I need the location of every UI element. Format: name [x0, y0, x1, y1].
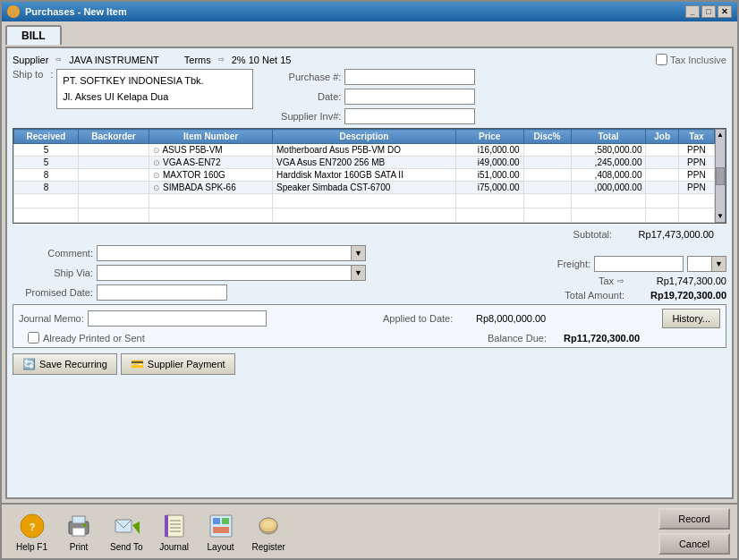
help-icon: ?: [18, 512, 47, 540]
freight-input[interactable]: Rp500,000.00: [594, 256, 684, 272]
table-cell[interactable]: ⊙ VGA AS-EN72: [149, 157, 273, 169]
close-button[interactable]: ✕: [718, 5, 732, 18]
record-button[interactable]: Record: [658, 508, 730, 530]
supplier-payment-button[interactable]: 💳 Supplier Payment: [121, 353, 235, 375]
table-cell[interactable]: Motherboard Asus P5B-VM DO: [273, 144, 456, 157]
total-amount-label: Total Amount:: [565, 290, 624, 301]
table-cell[interactable]: [523, 169, 571, 182]
table-cell[interactable]: ,245,000.00: [571, 157, 646, 169]
table-cell[interactable]: i51,000.00: [455, 169, 523, 182]
table-cell[interactable]: ⊙ MAXTOR 160G: [149, 169, 273, 182]
tab-bill[interactable]: BILL: [5, 25, 62, 45]
ship-via-input[interactable]: Federal Express: [97, 265, 352, 281]
table-header-row: Received Backorder Item Number Descripti…: [14, 130, 715, 144]
table-cell[interactable]: ,580,000.00: [571, 144, 646, 157]
freight-tax-dropdown[interactable]: ▼: [712, 256, 726, 272]
ship-to-line1: PT. SOFTKEY INDONESIA Tbk.: [63, 73, 247, 89]
table-cell[interactable]: PPN: [678, 144, 714, 157]
table-cell[interactable]: [646, 157, 678, 169]
table-cell[interactable]: [78, 169, 149, 182]
table-cell[interactable]: [523, 157, 571, 169]
print-button[interactable]: Print: [56, 510, 101, 554]
items-table-wrapper: Received Backorder Item Number Descripti…: [13, 128, 726, 224]
purchase-number-label: Purchase #:: [260, 72, 341, 82]
col-backorder: Backorder: [78, 130, 149, 144]
journal-button[interactable]: Journal: [152, 510, 197, 554]
col-total: Total: [571, 130, 646, 144]
ship-via-label: Ship Via:: [13, 267, 93, 278]
svg-point-21: [262, 521, 275, 528]
date-label: Date:: [260, 91, 341, 102]
ship-via-dropdown-arrow[interactable]: ▼: [352, 265, 366, 281]
table-row[interactable]: 8⊙ MAXTOR 160GHarddisk Maxtor 160GB SATA…: [14, 169, 715, 182]
table-cell[interactable]: [646, 144, 678, 157]
table-cell[interactable]: ⊙ ASUS P5B-VM: [149, 144, 273, 157]
table-cell[interactable]: [646, 169, 678, 182]
print-icon: [64, 512, 93, 540]
supplier-name: JAVA INSTRUMENT: [69, 55, 158, 65]
already-printed-checkbox[interactable]: [28, 332, 39, 344]
table-cell[interactable]: ,000,000.00: [571, 182, 646, 194]
table-cell[interactable]: [646, 182, 678, 194]
table-cell[interactable]: [523, 144, 571, 157]
table-cell[interactable]: ,408,000.00: [571, 169, 646, 182]
purchase-number-input[interactable]: 00000006: [344, 69, 475, 85]
table-row-empty[interactable]: [14, 208, 715, 223]
tax-inclusive-checkbox[interactable]: [656, 54, 667, 65]
table-cell[interactable]: Harddisk Maxtor 160GB SATA II: [273, 169, 456, 182]
freight-label: Freight:: [557, 259, 590, 269]
table-cell[interactable]: [78, 144, 149, 157]
table-cell[interactable]: 8: [14, 182, 79, 194]
table-cell[interactable]: PPN: [678, 157, 714, 169]
journal-section: Journal Memo: Purchase; JAVA INSTRUMENT …: [13, 304, 726, 348]
table-cell[interactable]: [78, 182, 149, 194]
table-cell[interactable]: i49,000.00: [455, 157, 523, 169]
table-cell[interactable]: ⊙ SIMBADA SPK-66: [149, 182, 273, 194]
tax-inclusive-label: Tax Inclusive: [670, 55, 726, 65]
maximize-button[interactable]: □: [701, 5, 716, 18]
terms-value: 2% 10 Net 15: [232, 55, 292, 65]
table-cell[interactable]: VGA Asus EN7200 256 MB: [273, 157, 456, 169]
register-button[interactable]: Register: [245, 510, 293, 554]
table-row[interactable]: 5⊙ VGA AS-EN72VGA Asus EN7200 256 MBi49,…: [14, 157, 715, 169]
comment-input[interactable]: [97, 245, 352, 261]
layout-button[interactable]: Layout: [199, 510, 243, 554]
comment-dropdown-arrow[interactable]: ▼: [352, 245, 366, 261]
send-to-icon: [112, 512, 140, 540]
promised-date-input[interactable]: 7/8/2009: [97, 284, 227, 301]
minimize-button[interactable]: _: [685, 5, 700, 18]
save-recurring-button[interactable]: 🔄 Save Recurring: [13, 353, 117, 375]
supplier-arrow: ⇨: [55, 55, 62, 64]
send-to-button[interactable]: Send To: [103, 510, 150, 554]
table-cell[interactable]: 5: [14, 157, 79, 169]
purchase-info: Purchase #: 00000006 Date: 7/3/2009 Supp…: [242, 69, 726, 124]
table-scrollbar[interactable]: ▲ ▼: [715, 129, 726, 223]
table-cell[interactable]: PPN: [678, 169, 714, 182]
table-cell[interactable]: i75,000.00: [455, 182, 523, 194]
svg-rect-3: [72, 516, 85, 523]
supplier-inv-input[interactable]: [344, 108, 475, 124]
freight-tax-code[interactable]: N-T: [687, 256, 712, 272]
table-cell[interactable]: [523, 182, 571, 194]
table-cell[interactable]: i16,000.00: [455, 144, 523, 157]
total-amount-value: Rp19,720,300.00: [628, 290, 726, 301]
table-cell[interactable]: PPN: [678, 182, 714, 194]
svg-text:?: ?: [29, 522, 35, 532]
help-button[interactable]: ? Help F1: [9, 510, 55, 554]
terms-arrow: ⇨: [218, 55, 225, 64]
table-cell[interactable]: 8: [14, 169, 79, 182]
table-row[interactable]: 5⊙ ASUS P5B-VMMotherboard Asus P5B-VM DO…: [14, 144, 715, 157]
table-cell[interactable]: [78, 157, 149, 169]
journal-memo-input[interactable]: Purchase; JAVA INSTRUMENT: [88, 310, 267, 327]
history-button[interactable]: History...: [662, 309, 720, 328]
bottom-left: Comment: ▼ Ship Via: Federal Express ▼: [13, 245, 366, 301]
items-table-inner: Received Backorder Item Number Descripti…: [13, 129, 715, 223]
table-cell[interactable]: Speaker Simbada CST-6700: [273, 182, 456, 194]
table-row-empty[interactable]: [14, 194, 715, 208]
already-printed-row: Already Printed or Sent: [19, 332, 145, 344]
freight-row: Freight: Rp500,000.00 N-T ▼: [373, 256, 726, 272]
date-input[interactable]: 7/3/2009: [344, 89, 475, 105]
table-row[interactable]: 8⊙ SIMBADA SPK-66Speaker Simbada CST-670…: [14, 182, 715, 194]
table-cell[interactable]: 5: [14, 144, 79, 157]
cancel-button[interactable]: Cancel: [658, 533, 730, 555]
